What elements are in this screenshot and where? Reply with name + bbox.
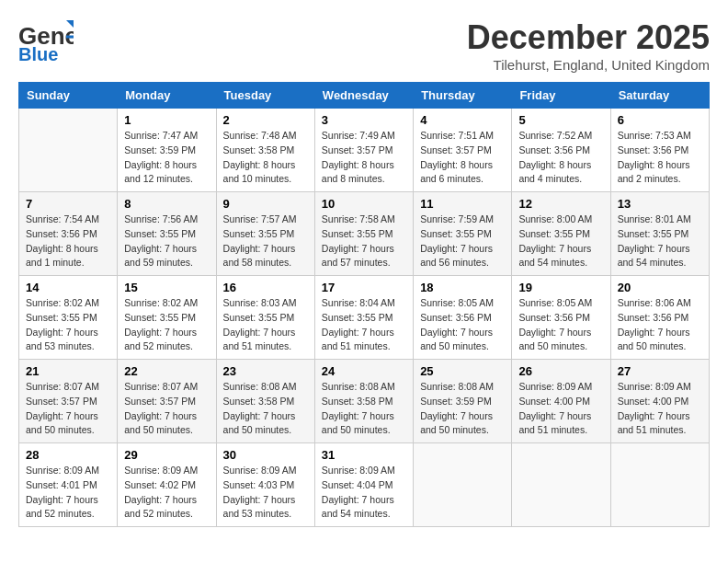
calendar-cell: 28Sunrise: 8:09 AMSunset: 4:01 PMDayligh…: [19, 443, 118, 527]
calendar-cell: 25Sunrise: 8:08 AMSunset: 3:59 PMDayligh…: [414, 360, 512, 443]
day-info: Sunrise: 7:48 AMSunset: 3:58 PMDaylight:…: [223, 129, 308, 187]
calendar-cell: 6Sunrise: 7:53 AMSunset: 3:56 PMDaylight…: [610, 109, 709, 192]
calendar-day-header: Friday: [512, 83, 610, 109]
month-title: December 2025: [467, 18, 710, 57]
calendar-cell: 16Sunrise: 8:03 AMSunset: 3:55 PMDayligh…: [216, 276, 314, 360]
day-info: Sunrise: 8:07 AMSunset: 3:57 PMDaylight:…: [26, 380, 110, 438]
calendar-cell: 9Sunrise: 7:57 AMSunset: 3:55 PMDaylight…: [216, 192, 314, 276]
calendar-cell: 2Sunrise: 7:48 AMSunset: 3:58 PMDaylight…: [216, 109, 314, 192]
calendar-day-header: Thursday: [414, 83, 512, 109]
day-info: Sunrise: 7:59 AMSunset: 3:55 PMDaylight:…: [420, 213, 505, 270]
calendar-day-header: Tuesday: [216, 83, 314, 109]
calendar-cell: 21Sunrise: 8:07 AMSunset: 3:57 PMDayligh…: [19, 360, 118, 443]
calendar-body: 1Sunrise: 7:47 AMSunset: 3:59 PMDaylight…: [19, 109, 710, 527]
day-info: Sunrise: 8:01 AMSunset: 3:55 PMDaylight:…: [618, 213, 702, 270]
day-number: 17: [322, 281, 406, 294]
day-number: 27: [618, 364, 702, 378]
calendar-cell: 12Sunrise: 8:00 AMSunset: 3:55 PMDayligh…: [512, 192, 610, 276]
day-number: 18: [420, 281, 505, 294]
calendar-week-row: 7Sunrise: 7:54 AMSunset: 3:56 PMDaylight…: [19, 192, 710, 276]
day-number: 29: [124, 448, 209, 462]
day-number: 14: [26, 281, 110, 294]
day-number: 12: [518, 197, 603, 211]
day-info: Sunrise: 8:09 AMSunset: 4:01 PMDaylight:…: [26, 464, 110, 522]
calendar-cell: 20Sunrise: 8:06 AMSunset: 3:56 PMDayligh…: [610, 276, 709, 360]
calendar-cell: 19Sunrise: 8:05 AMSunset: 3:56 PMDayligh…: [512, 276, 610, 360]
day-number: 6: [618, 113, 702, 127]
calendar-day-header: Wednesday: [314, 83, 413, 109]
day-info: Sunrise: 8:05 AMSunset: 3:56 PMDaylight:…: [420, 296, 505, 354]
calendar-table: SundayMondayTuesdayWednesdayThursdayFrid…: [18, 82, 710, 527]
day-info: Sunrise: 7:51 AMSunset: 3:57 PMDaylight:…: [420, 129, 505, 187]
logo: General Blue: [18, 18, 74, 66]
day-info: Sunrise: 7:54 AMSunset: 3:56 PMDaylight:…: [26, 213, 110, 270]
day-info: Sunrise: 7:53 AMSunset: 3:56 PMDaylight:…: [618, 129, 702, 187]
day-info: Sunrise: 7:58 AMSunset: 3:55 PMDaylight:…: [322, 213, 406, 270]
calendar-cell: 3Sunrise: 7:49 AMSunset: 3:57 PMDaylight…: [314, 109, 413, 192]
calendar-header-row: SundayMondayTuesdayWednesdayThursdayFrid…: [19, 83, 710, 109]
calendar-day-header: Saturday: [610, 83, 709, 109]
day-number: 5: [518, 113, 603, 127]
calendar-day-header: Monday: [118, 83, 216, 109]
day-number: 26: [518, 364, 603, 378]
calendar-cell: 13Sunrise: 8:01 AMSunset: 3:55 PMDayligh…: [610, 192, 709, 276]
day-number: 28: [26, 448, 110, 462]
day-number: 3: [322, 113, 406, 127]
day-info: Sunrise: 8:09 AMSunset: 4:00 PMDaylight:…: [618, 380, 702, 438]
day-number: 25: [420, 364, 505, 378]
day-number: 24: [322, 364, 406, 378]
day-number: 9: [223, 197, 308, 211]
day-info: Sunrise: 7:52 AMSunset: 3:56 PMDaylight:…: [518, 129, 603, 187]
day-number: 8: [124, 197, 209, 211]
day-number: 20: [618, 281, 702, 294]
calendar-cell: 26Sunrise: 8:09 AMSunset: 4:00 PMDayligh…: [512, 360, 610, 443]
day-info: Sunrise: 8:08 AMSunset: 3:58 PMDaylight:…: [322, 380, 406, 438]
day-info: Sunrise: 7:57 AMSunset: 3:55 PMDaylight:…: [223, 213, 308, 270]
calendar-cell: 15Sunrise: 8:02 AMSunset: 3:55 PMDayligh…: [118, 276, 216, 360]
calendar-cell: 22Sunrise: 8:07 AMSunset: 3:57 PMDayligh…: [118, 360, 216, 443]
day-info: Sunrise: 8:08 AMSunset: 3:59 PMDaylight:…: [420, 380, 505, 438]
day-info: Sunrise: 8:03 AMSunset: 3:55 PMDaylight:…: [223, 296, 308, 354]
day-info: Sunrise: 8:05 AMSunset: 3:56 PMDaylight:…: [518, 296, 603, 354]
calendar-cell: 17Sunrise: 8:04 AMSunset: 3:55 PMDayligh…: [314, 276, 413, 360]
location: Tilehurst, England, United Kingdom: [467, 57, 710, 73]
calendar-week-row: 21Sunrise: 8:07 AMSunset: 3:57 PMDayligh…: [19, 360, 710, 443]
calendar-cell: 18Sunrise: 8:05 AMSunset: 3:56 PMDayligh…: [414, 276, 512, 360]
day-info: Sunrise: 8:07 AMSunset: 3:57 PMDaylight:…: [124, 380, 209, 438]
day-info: Sunrise: 8:02 AMSunset: 3:55 PMDaylight:…: [26, 296, 110, 354]
calendar-cell: 30Sunrise: 8:09 AMSunset: 4:03 PMDayligh…: [216, 443, 314, 527]
calendar-cell: [610, 443, 709, 527]
calendar-cell: 23Sunrise: 8:08 AMSunset: 3:58 PMDayligh…: [216, 360, 314, 443]
calendar-cell: [414, 443, 512, 527]
day-info: Sunrise: 8:09 AMSunset: 4:04 PMDaylight:…: [322, 464, 406, 522]
calendar-cell: 27Sunrise: 8:09 AMSunset: 4:00 PMDayligh…: [610, 360, 709, 443]
calendar-week-row: 1Sunrise: 7:47 AMSunset: 3:59 PMDaylight…: [19, 109, 710, 192]
calendar-week-row: 28Sunrise: 8:09 AMSunset: 4:01 PMDayligh…: [19, 443, 710, 527]
day-number: 4: [420, 113, 505, 127]
day-number: 10: [322, 197, 406, 211]
day-number: 15: [124, 281, 209, 294]
calendar-cell: 31Sunrise: 8:09 AMSunset: 4:04 PMDayligh…: [314, 443, 413, 527]
day-number: 30: [223, 448, 308, 462]
day-number: 19: [518, 281, 603, 294]
day-number: 11: [420, 197, 505, 211]
calendar-cell: 10Sunrise: 7:58 AMSunset: 3:55 PMDayligh…: [314, 192, 413, 276]
day-info: Sunrise: 8:06 AMSunset: 3:56 PMDaylight:…: [618, 296, 702, 354]
calendar-day-header: Sunday: [19, 83, 118, 109]
calendar-cell: 4Sunrise: 7:51 AMSunset: 3:57 PMDaylight…: [414, 109, 512, 192]
day-number: 1: [124, 113, 209, 127]
day-number: 21: [26, 364, 110, 378]
day-number: 13: [618, 197, 702, 211]
day-info: Sunrise: 8:08 AMSunset: 3:58 PMDaylight:…: [223, 380, 308, 438]
svg-text:Blue: Blue: [18, 44, 58, 63]
day-number: 2: [223, 113, 308, 127]
calendar-cell: 11Sunrise: 7:59 AMSunset: 3:55 PMDayligh…: [414, 192, 512, 276]
day-info: Sunrise: 8:09 AMSunset: 4:00 PMDaylight:…: [518, 380, 603, 438]
day-number: 23: [223, 364, 308, 378]
calendar-week-row: 14Sunrise: 8:02 AMSunset: 3:55 PMDayligh…: [19, 276, 710, 360]
day-info: Sunrise: 7:56 AMSunset: 3:55 PMDaylight:…: [124, 213, 209, 270]
calendar-cell: [19, 109, 118, 192]
day-info: Sunrise: 8:02 AMSunset: 3:55 PMDaylight:…: [124, 296, 209, 354]
calendar-cell: 8Sunrise: 7:56 AMSunset: 3:55 PMDaylight…: [118, 192, 216, 276]
day-number: 7: [26, 197, 110, 211]
